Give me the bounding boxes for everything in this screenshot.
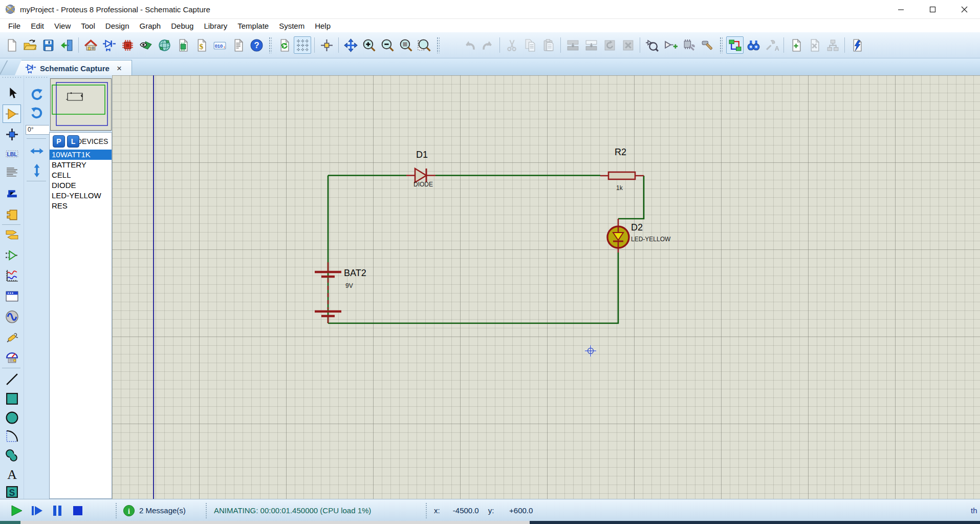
block-delete-button[interactable]: [619, 36, 637, 54]
toolbar-gripper[interactable]: [437, 37, 440, 53]
menu-system[interactable]: System: [274, 20, 310, 31]
component-mode-icon[interactable]: [3, 104, 21, 123]
device-item-10watt1k[interactable]: 10WATT1K: [50, 150, 112, 160]
decompose-button[interactable]: [699, 36, 716, 54]
block-copy-button[interactable]: [564, 36, 581, 54]
play-button[interactable]: [9, 503, 24, 518]
packaging-tool-button[interactable]: [680, 36, 698, 54]
label-d1-ref[interactable]: D1: [416, 150, 428, 160]
message-section[interactable]: i 2 Message(s): [119, 505, 204, 517]
voltage-probe-mode-icon[interactable]: [3, 328, 21, 346]
schematic-canvas[interactable]: D1 DIODE R2 1k BAT2 9V D2 LED-YELLOW: [112, 75, 980, 499]
label-r2-value[interactable]: 1k: [616, 184, 623, 192]
zoom-area-button[interactable]: [416, 36, 433, 54]
wire-autorouter-button[interactable]: [726, 36, 744, 54]
device-item-diode[interactable]: DIODE: [50, 180, 112, 191]
resistor-r2[interactable]: [600, 172, 644, 179]
copy-button[interactable]: [521, 36, 539, 54]
menu-view[interactable]: View: [49, 20, 76, 31]
led-d2[interactable]: [607, 219, 629, 253]
2d-box-mode-icon[interactable]: [3, 389, 21, 408]
zoom-all-button[interactable]: [397, 36, 415, 54]
device-item-led-yellow[interactable]: LED-YELLOW: [50, 191, 112, 201]
paste-button[interactable]: [540, 36, 557, 54]
close-project-button[interactable]: [58, 36, 75, 54]
wire-label-mode-icon[interactable]: LBL: [3, 144, 21, 163]
zoom-out-button[interactable]: [379, 36, 396, 54]
undo-button[interactable]: [461, 36, 478, 54]
graph-mode-icon[interactable]: [3, 266, 21, 285]
zoom-in-button[interactable]: [360, 36, 378, 54]
toolbar-gripper[interactable]: [2, 76, 22, 79]
junction-dot-mode-icon[interactable]: [3, 125, 21, 143]
block-move-button[interactable]: [582, 36, 600, 54]
diode-d1[interactable]: [406, 169, 435, 182]
device-item-cell[interactable]: CELL: [50, 170, 112, 180]
block-rotate-button[interactable]: [601, 36, 618, 54]
tab-schematic-capture[interactable]: Schematic Capture ×: [14, 60, 132, 76]
selection-mode-icon[interactable]: [3, 84, 21, 102]
2d-text-mode-icon[interactable]: A: [3, 465, 21, 483]
save-project-button[interactable]: [39, 36, 57, 54]
tab-close-icon[interactable]: ×: [117, 64, 122, 73]
new-sheet-button[interactable]: [787, 36, 804, 54]
grid-toggle-button[interactable]: [294, 36, 311, 54]
design-notes-button[interactable]: [229, 36, 247, 54]
make-device-button[interactable]: [662, 36, 679, 54]
2d-line-mode-icon[interactable]: [3, 370, 21, 388]
overview-minimap[interactable]: [50, 78, 112, 131]
menu-help[interactable]: Help: [310, 20, 336, 31]
maximize-button[interactable]: [917, 0, 948, 18]
2d-circle-mode-icon[interactable]: [3, 408, 21, 427]
property-assignment-button[interactable]: A: [763, 36, 780, 54]
library-manager-button[interactable]: L: [67, 135, 79, 148]
active-popup-mode-icon[interactable]: [3, 287, 21, 305]
menu-file[interactable]: File: [3, 20, 26, 31]
mirror-vertical-button[interactable]: [28, 162, 46, 179]
menu-edit[interactable]: Edit: [26, 20, 49, 31]
open-project-button[interactable]: [21, 36, 38, 54]
gerber-viewer-button[interactable]: [174, 36, 191, 54]
rotation-angle-field[interactable]: 0°: [26, 125, 50, 135]
pause-button[interactable]: [50, 503, 65, 518]
home-page-button[interactable]: [82, 36, 99, 54]
pan-button[interactable]: [342, 36, 359, 54]
device-item-battery[interactable]: BATTERY: [50, 160, 112, 170]
close-button[interactable]: [948, 0, 980, 18]
redraw-button[interactable]: [275, 36, 293, 54]
menu-debug[interactable]: Debug: [166, 20, 199, 31]
toolbar-gripper[interactable]: [720, 37, 723, 53]
buses-mode-icon[interactable]: [3, 184, 21, 203]
subcircuit-mode-icon[interactable]: [3, 205, 21, 224]
source-code-button[interactable]: 0101: [211, 36, 228, 54]
mirror-horizontal-button[interactable]: [28, 143, 46, 159]
toolbar-gripper[interactable]: [269, 37, 272, 53]
remove-sheet-button[interactable]: [805, 36, 823, 54]
3d-visualizer-button[interactable]: [156, 36, 173, 54]
menu-template[interactable]: Template: [232, 20, 274, 31]
cut-button[interactable]: [503, 36, 520, 54]
2d-path-mode-icon[interactable]: [3, 446, 21, 465]
exit-to-parent-button[interactable]: [824, 36, 841, 54]
label-r2-ref[interactable]: R2: [615, 147, 626, 158]
terminals-mode-icon[interactable]: [3, 225, 21, 244]
schematic-capture-button[interactable]: [100, 36, 118, 54]
text-script-mode-icon[interactable]: [3, 163, 21, 181]
label-d1-value[interactable]: DIODE: [413, 181, 433, 188]
stop-button[interactable]: [70, 503, 85, 518]
menu-tool[interactable]: Tool: [76, 20, 100, 31]
menu-design[interactable]: Design: [100, 20, 135, 31]
label-d2-value[interactable]: LED-YELLOW: [631, 236, 670, 243]
new-project-button[interactable]: [3, 36, 20, 54]
menu-graph[interactable]: Graph: [135, 20, 166, 31]
origin-button[interactable]: [318, 36, 335, 54]
redo-button[interactable]: [479, 36, 496, 54]
help-button[interactable]: ?: [248, 36, 265, 54]
step-button[interactable]: [29, 503, 45, 518]
wires[interactable]: [328, 88, 644, 323]
rotate-clockwise-button[interactable]: [28, 87, 46, 103]
electrical-rule-check-button[interactable]: [848, 36, 865, 54]
2d-arc-mode-icon[interactable]: [3, 427, 21, 445]
pcb-layout-button[interactable]: [119, 36, 136, 54]
messages-count[interactable]: 2 Message(s): [139, 506, 186, 515]
